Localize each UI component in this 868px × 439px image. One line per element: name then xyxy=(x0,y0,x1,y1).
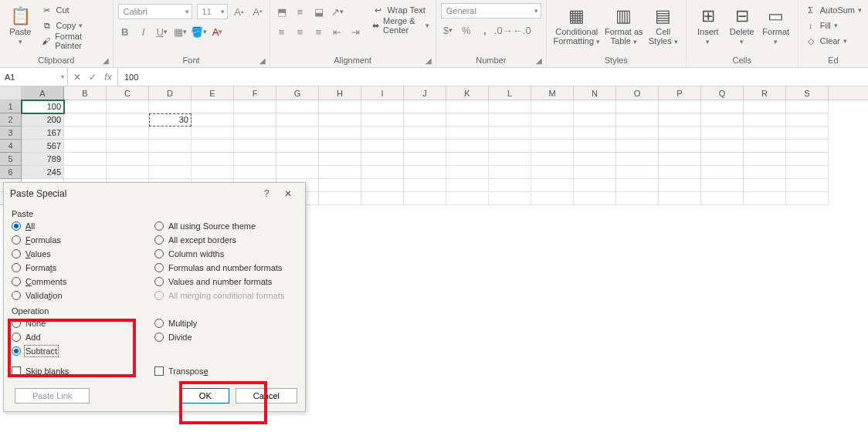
row-header[interactable]: 3 xyxy=(0,127,22,140)
cell-K5[interactable] xyxy=(446,153,489,166)
clipboard-launcher[interactable]: ◢ xyxy=(101,56,110,65)
copy-button[interactable]: ⧉Copy ▾ xyxy=(39,19,108,32)
cell-B1[interactable] xyxy=(64,100,107,113)
cell-E2[interactable] xyxy=(192,113,234,127)
cell-J5[interactable] xyxy=(404,153,446,166)
cell-G2[interactable] xyxy=(276,113,319,127)
cell-E3[interactable] xyxy=(192,127,234,140)
dec-decimal-button[interactable]: ←.0 xyxy=(515,23,529,37)
cell-N2[interactable] xyxy=(574,113,616,127)
cell-E6[interactable] xyxy=(192,166,234,179)
cell-L2[interactable] xyxy=(489,113,531,127)
cell-E5[interactable] xyxy=(192,153,234,166)
col-header-L[interactable]: L xyxy=(489,86,531,100)
cell-K3[interactable] xyxy=(446,127,489,140)
underline-button[interactable]: U ▾ xyxy=(155,25,169,39)
cell-P25[interactable] xyxy=(659,192,701,205)
cell-G3[interactable] xyxy=(276,127,319,140)
cell-O1[interactable] xyxy=(616,100,659,113)
cell-H1[interactable] xyxy=(319,100,361,113)
help-button[interactable]: ? xyxy=(256,188,277,199)
cell-O4[interactable] xyxy=(616,140,659,153)
cell-Q25[interactable] xyxy=(701,192,744,205)
row-header[interactable]: 2 xyxy=(0,113,22,127)
cell-B3[interactable] xyxy=(64,127,107,140)
cell-J4[interactable] xyxy=(404,140,446,153)
cell-G1[interactable] xyxy=(276,100,319,113)
cell-Q4[interactable] xyxy=(701,140,744,153)
cell-N4[interactable] xyxy=(574,140,616,153)
cell-F4[interactable] xyxy=(234,140,276,153)
cell-D5[interactable] xyxy=(149,153,192,166)
cell-J3[interactable] xyxy=(404,127,446,140)
cell-D1[interactable] xyxy=(149,100,192,113)
cancel-formula-button[interactable]: ✕ xyxy=(71,72,83,83)
cell-A3[interactable]: 167 xyxy=(22,127,64,140)
paste-link-button[interactable]: Paste Link xyxy=(15,388,90,404)
cell-B6[interactable] xyxy=(64,166,107,179)
cell-I5[interactable] xyxy=(361,153,404,166)
cell-I25[interactable] xyxy=(361,192,404,205)
cell-F3[interactable] xyxy=(234,127,276,140)
cell-C2[interactable] xyxy=(107,113,149,127)
autosum-button[interactable]: ΣAutoSum ▾ xyxy=(803,3,863,17)
cell-O24[interactable] xyxy=(616,179,659,192)
cut-button[interactable]: ✂Cut xyxy=(39,3,108,17)
cell-styles-button[interactable]: ▤ Cell Styles ▾ xyxy=(646,2,681,49)
cell-P24[interactable] xyxy=(659,179,701,192)
cell-O2[interactable] xyxy=(616,113,659,127)
cell-R24[interactable] xyxy=(744,179,786,192)
cell-H2[interactable] xyxy=(319,113,361,127)
paste-validation-radio[interactable]: Validation xyxy=(12,291,154,300)
row-header[interactable]: 4 xyxy=(0,140,22,153)
delete-cells-button[interactable]: ⊟Delete▾ xyxy=(725,2,759,49)
cell-R6[interactable] xyxy=(744,166,786,179)
cancel-button[interactable]: Cancel xyxy=(236,388,297,404)
cell-N6[interactable] xyxy=(574,166,616,179)
cell-M2[interactable] xyxy=(531,113,574,127)
cell-A6[interactable]: 245 xyxy=(22,166,64,179)
inc-decimal-button[interactable]: .0→ xyxy=(497,23,510,37)
op-subtract-radio[interactable]: Subtract xyxy=(12,346,154,356)
paste-fnum-radio[interactable]: Formulas and number formats xyxy=(154,263,297,272)
cell-R1[interactable] xyxy=(744,100,786,113)
cell-B2[interactable] xyxy=(64,113,107,127)
cell-M24[interactable] xyxy=(531,179,574,192)
grow-font-button[interactable]: A▴ xyxy=(232,5,246,19)
col-header-D[interactable]: D xyxy=(149,86,192,100)
cell-D2[interactable]: 30 xyxy=(149,113,192,127)
formula-input[interactable]: 100 xyxy=(118,68,868,86)
font-launcher[interactable]: ◢ xyxy=(258,56,267,65)
op-divide-radio[interactable]: Divide xyxy=(154,333,297,342)
col-header-N[interactable]: N xyxy=(574,86,616,100)
cell-F1[interactable] xyxy=(234,100,276,113)
row-header[interactable]: 1 xyxy=(0,100,22,113)
col-header-O[interactable]: O xyxy=(616,86,659,100)
cell-B4[interactable] xyxy=(64,140,107,153)
op-multiply-radio[interactable]: Multiply xyxy=(154,319,297,328)
col-header-E[interactable]: E xyxy=(192,86,234,100)
cell-A1[interactable]: 100 xyxy=(22,100,64,113)
format-cells-button[interactable]: ▭Format▾ xyxy=(759,2,793,49)
fill-button[interactable]: ↓Fill ▾ xyxy=(803,19,863,32)
align-top-button[interactable]: ⬒ xyxy=(275,5,289,19)
col-header-K[interactable]: K xyxy=(446,86,489,100)
format-painter-button[interactable]: 🖌Format Painter xyxy=(39,34,108,48)
cell-L25[interactable] xyxy=(489,192,531,205)
cell-I1[interactable] xyxy=(361,100,404,113)
cell-K4[interactable] xyxy=(446,140,489,153)
cell-L4[interactable] xyxy=(489,140,531,153)
cell-P4[interactable] xyxy=(659,140,701,153)
cell-J1[interactable] xyxy=(404,100,446,113)
cell-M6[interactable] xyxy=(531,166,574,179)
cell-C6[interactable] xyxy=(107,166,149,179)
cell-O3[interactable] xyxy=(616,127,659,140)
cell-C5[interactable] xyxy=(107,153,149,166)
cell-P5[interactable] xyxy=(659,153,701,166)
cell-H25[interactable] xyxy=(319,192,361,205)
cell-M4[interactable] xyxy=(531,140,574,153)
align-right-button[interactable]: ≡ xyxy=(312,25,326,39)
percent-button[interactable]: % xyxy=(459,23,473,37)
format-as-table-button[interactable]: ▥ Format as Table ▾ xyxy=(602,2,646,49)
cell-S24[interactable] xyxy=(786,179,829,192)
